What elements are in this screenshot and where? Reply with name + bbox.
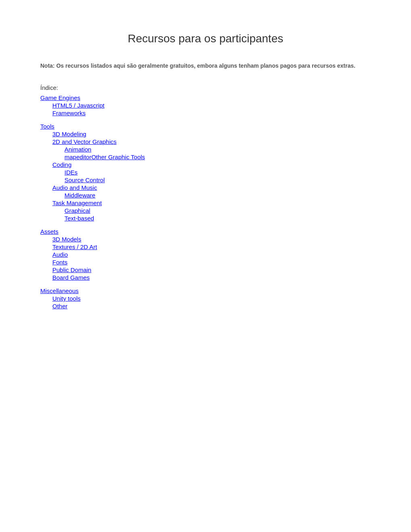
toc-link-frameworks[interactable]: Frameworks: [52, 110, 86, 116]
toc-link-graphical[interactable]: Graphical: [64, 207, 90, 214]
toc-link-game-engines[interactable]: Game Engines: [40, 94, 80, 101]
toc-link-3d-modeling[interactable]: 3D Modeling: [52, 131, 86, 137]
toc-link-3d-models[interactable]: 3D Models: [52, 236, 81, 243]
toc-link-ides[interactable]: IDEs: [64, 169, 78, 176]
toc-link-mapeditor-other-graphic-tools[interactable]: mapeditorOther Graphic Tools: [64, 154, 145, 160]
note-text: Nota: Os recursos listados aqui são gera…: [40, 61, 371, 70]
toc-link-coding[interactable]: Coding: [52, 161, 72, 168]
toc-link-task-management[interactable]: Task Management: [52, 200, 102, 206]
toc-link-other[interactable]: Other: [52, 303, 68, 310]
toc-link-audio-and-music[interactable]: Audio and Music: [52, 184, 97, 191]
toc-link-miscellaneous[interactable]: Miscellaneous: [40, 287, 79, 294]
toc-link-board-games[interactable]: Board Games: [52, 274, 90, 281]
toc-link-unity-tools[interactable]: Unity tools: [52, 295, 81, 302]
toc-link-textures-2d-art[interactable]: Textures / 2D Art: [52, 243, 97, 250]
toc-link-middleware[interactable]: Middleware: [64, 192, 95, 199]
toc-link-text-based[interactable]: Text-based: [64, 215, 94, 222]
toc-link-public-domain[interactable]: Public Domain: [52, 266, 91, 273]
toc-link-audio[interactable]: Audio: [52, 251, 68, 258]
toc-link-html5-javascript[interactable]: HTML5 / Javascript: [52, 102, 104, 109]
page-title: Recursos para os participantes: [40, 32, 371, 45]
toc-link-2d-vector-graphics[interactable]: 2D and Vector Graphics: [52, 138, 116, 145]
index-label: Índice:: [40, 84, 371, 91]
toc-link-tools[interactable]: Tools: [40, 123, 54, 130]
toc-link-source-control[interactable]: Source Control: [64, 177, 105, 183]
toc-link-assets[interactable]: Assets: [40, 228, 58, 235]
toc-link-fonts[interactable]: Fonts: [52, 259, 68, 266]
table-of-contents: Game EnginesHTML5 / JavascriptFrameworks…: [40, 94, 371, 310]
toc-link-animation[interactable]: Animation: [64, 146, 91, 153]
